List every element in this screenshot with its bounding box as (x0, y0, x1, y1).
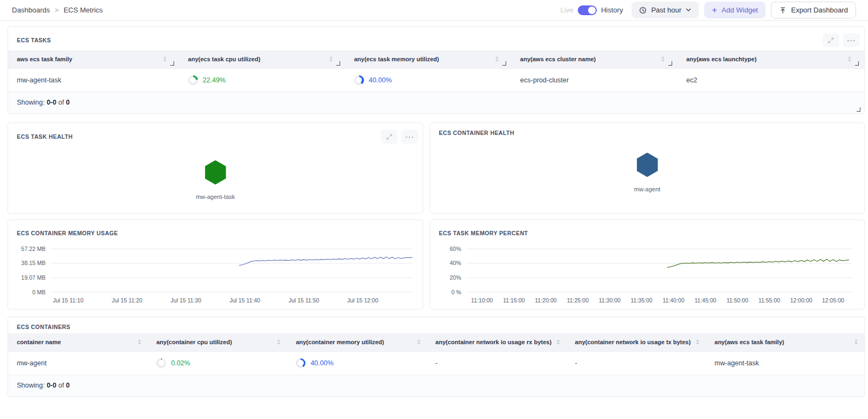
svg-text:11:35:00: 11:35:00 (631, 297, 653, 304)
topbar-actions: Live History Past hour + Add Widget Expo… (560, 2, 856, 18)
launchtype-cell: ec2 (678, 68, 864, 92)
container-memory-usage-panel: ECS CONTAINER MEMORY USAGE 0 MB19.07 MB3… (8, 220, 423, 310)
col-container-memory-utilized[interactable]: any(container memory utilized) (287, 333, 426, 351)
container-memory-usage-chart[interactable]: 0 MB19.07 MB38.15 MB57.22 MBJul 15 11:10… (8, 237, 423, 309)
breadcrumb-dashboards-link[interactable]: Dashboards (12, 6, 50, 14)
cpu-gauge-ring (156, 358, 166, 368)
ecs-tasks-header-row: aws ecs task family any(ecs task cpu uti… (8, 50, 864, 68)
sort-icon[interactable] (556, 338, 561, 346)
sort-icon[interactable] (853, 338, 859, 346)
task-family-cell: mw-agent-task (8, 68, 180, 92)
task-health-node-label: mw-agent-task (196, 194, 235, 200)
sort-icon[interactable] (162, 55, 168, 63)
expand-widget-button[interactable] (822, 33, 839, 47)
svg-text:11:45:00: 11:45:00 (694, 297, 716, 304)
memory-percent-line-chart[interactable]: 0 %20%40%60%11:10:0011:15:0011:20:0011:2… (439, 238, 857, 307)
showing-total: 0 (66, 382, 69, 389)
container-health-node-label: mw-agent (634, 186, 660, 192)
breadcrumb-current-page: ECS Metrics (63, 6, 103, 14)
task-memory-percent-title: ECS TASK MEMORY PERCENT (439, 230, 528, 236)
container-health-hexagon[interactable] (637, 153, 658, 177)
svg-text:11:25:00: 11:25:00 (567, 297, 589, 304)
column-resize-handle[interactable] (502, 61, 506, 66)
export-dashboard-label: Export Dashboard (791, 6, 848, 14)
of-label: of (58, 382, 63, 389)
ecs-containers-table: container name any(container cpu utilize… (8, 333, 864, 375)
table-pagination-status: Showing: 0-0 of 0 (8, 375, 864, 396)
col-aws-ecs-launchtype[interactable]: any(aws ecs launchtype) (678, 50, 864, 68)
ecs-task-health-actions (377, 130, 418, 144)
col-ecs-task-cpu-utilized[interactable]: any(ecs task cpu utilized) (180, 50, 346, 68)
col-aws-ecs-task-family[interactable]: aws ecs task family (8, 50, 180, 68)
sort-icon[interactable] (660, 55, 666, 63)
svg-text:11:40:00: 11:40:00 (662, 297, 684, 304)
col-label: container name (17, 339, 61, 345)
column-resize-handle[interactable] (170, 61, 174, 66)
table-row[interactable]: mw-agent 0.02% 40.00% - - mw-agent-task (8, 351, 864, 375)
svg-text:11:55:00: 11:55:00 (758, 297, 780, 304)
col-network-rx-bytes[interactable]: any(container network io usage rx bytes) (427, 333, 566, 351)
svg-text:11:20:00: 11:20:00 (535, 297, 557, 304)
svg-text:0 MB: 0 MB (32, 289, 46, 295)
ecs-containers-title: ECS CONTAINERS (17, 324, 71, 330)
time-range-picker[interactable]: Past hour (631, 2, 699, 18)
widget-resize-handle[interactable] (857, 107, 860, 112)
ecs-container-health-title: ECS CONTAINER HEALTH (439, 130, 514, 136)
column-resize-handle[interactable] (668, 61, 672, 66)
cluster-name-cell: ecs-prod-cluster (512, 68, 678, 92)
col-label: any(aws ecs task family) (714, 339, 784, 345)
col-label: any(ecs task cpu utilized) (188, 56, 260, 62)
col-label: any(container network io usage rx bytes) (436, 339, 552, 345)
task-health-hexagon[interactable] (205, 160, 226, 185)
ecs-task-health-panel: ECS TASK HEALTH mw-agent-task (8, 123, 423, 214)
svg-text:38.15 MB: 38.15 MB (21, 260, 46, 266)
memory-gauge-value: 40.00% (310, 359, 333, 367)
column-resize-handle[interactable] (336, 61, 340, 66)
sort-icon[interactable] (137, 338, 142, 346)
plus-icon: + (712, 5, 717, 15)
ecs-containers-header-row: container name any(container cpu utilize… (8, 333, 864, 351)
memory-utilized-cell: 40.00% (287, 351, 426, 375)
container-health-map: mw-agent (430, 139, 864, 205)
export-dashboard-button[interactable]: Export Dashboard (771, 2, 856, 18)
showing-total: 0 (66, 99, 69, 106)
col-aws-ecs-task-family[interactable]: any(aws ecs task family) (706, 333, 864, 351)
col-container-cpu-utilized[interactable]: any(container cpu utilized) (148, 333, 287, 351)
col-aws-ecs-cluster-name[interactable]: any(aws ecs cluster name) (512, 50, 678, 68)
svg-text:60%: 60% (450, 246, 461, 252)
svg-text:Jul 15 11:20: Jul 15 11:20 (112, 297, 143, 304)
column-resize-handle[interactable] (855, 61, 859, 66)
col-label: any(container cpu utilized) (156, 339, 232, 345)
add-widget-button[interactable]: + Add Widget (704, 2, 765, 18)
task-memory-percent-chart[interactable]: 0 %20%40%60%11:10:0011:15:0011:20:0011:2… (430, 237, 864, 309)
task-memory-percent-header: ECS TASK MEMORY PERCENT (430, 220, 864, 237)
sort-icon[interactable] (494, 55, 500, 63)
clock-icon (639, 7, 647, 14)
sort-icon[interactable] (847, 55, 852, 63)
container-memory-usage-title: ECS CONTAINER MEMORY USAGE (17, 230, 118, 236)
topbar: Dashboards > ECS Metrics Live History Pa… (0, 0, 868, 21)
sort-icon[interactable] (416, 338, 422, 346)
expand-widget-button[interactable] (381, 130, 398, 144)
export-up-arrow-icon (779, 7, 787, 14)
task-memory-percent-panel: ECS TASK MEMORY PERCENT 0 %20%40%60%11:1… (430, 220, 865, 310)
ecs-tasks-table: aws ecs task family any(ecs task cpu uti… (8, 50, 864, 92)
svg-text:Jul 15 12:00: Jul 15 12:00 (347, 297, 378, 304)
sort-icon[interactable] (328, 55, 334, 63)
widget-menu-button[interactable] (401, 130, 418, 144)
memory-utilized-cell: 40.00% (346, 68, 512, 92)
widget-menu-button[interactable] (843, 33, 860, 47)
showing-range: 0-0 (47, 99, 56, 106)
live-history-toggle[interactable] (578, 5, 597, 15)
memory-usage-line-chart[interactable]: 0 MB19.07 MB38.15 MB57.22 MBJul 15 11:10… (17, 238, 415, 307)
sort-icon[interactable] (695, 338, 700, 346)
col-network-tx-bytes[interactable]: any(container network io usage tx bytes) (566, 333, 706, 351)
table-row[interactable]: mw-agent-task 22.49% 40.00% ecs-prod-clu… (8, 68, 864, 92)
col-ecs-task-memory-utilized[interactable]: any(ecs task memory utilized) (346, 50, 512, 68)
col-container-name[interactable]: container name (8, 333, 148, 351)
cpu-utilized-cell: 22.49% (180, 68, 346, 92)
live-label: Live (560, 6, 573, 14)
sort-icon[interactable] (276, 338, 282, 346)
ecs-container-health-header: ECS CONTAINER HEALTH (430, 123, 864, 139)
ecs-containers-panel: ECS CONTAINERS container name any(contai… (8, 317, 865, 397)
